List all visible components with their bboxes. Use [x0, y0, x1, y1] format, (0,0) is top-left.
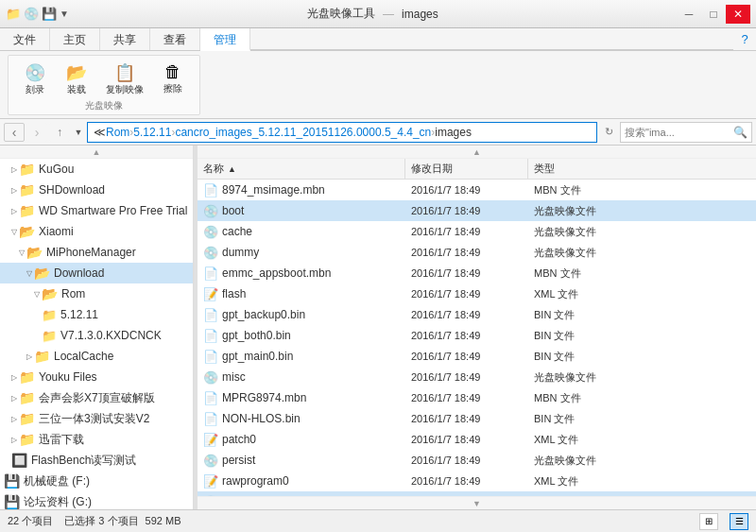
app-icon: 🔲 [11, 453, 27, 468]
sidebar-item-xunlei[interactable]: ▷ 📁 迅雷下载 [0, 429, 193, 450]
help-button[interactable]: ? [733, 28, 756, 49]
file-row[interactable]: 💿 dummy 2016/1/7 18:49 光盘映像文件 [198, 242, 756, 263]
path-part-rom[interactable]: Rom [106, 126, 129, 139]
title-app-name: 光盘映像工具 [307, 6, 375, 22]
file-name: gpt_backup0.bin [222, 308, 305, 321]
file-name: persist [222, 454, 255, 467]
sidebar-item-download[interactable]: ▽ 📂 Download [0, 263, 193, 283]
ribbon-group-manage: 💿 刻录 📂 装载 📋 复制映像 🗑 擦除 光盘映像 [8, 55, 200, 115]
title-icon-save: 💾 [42, 7, 57, 21]
sidebar-item-v71[interactable]: 📁 V7.1.3.0.KXDCNCK [0, 325, 193, 346]
sidebar-item-localcache[interactable]: ▷ 📁 LocalCache [0, 346, 193, 367]
file-row[interactable]: 📄 emmc_appsboot.mbn 2016/1/7 18:49 MBN 文… [198, 263, 756, 283]
burn-button[interactable]: 💿 刻录 [16, 60, 54, 99]
folder-icon: 📁 [19, 203, 35, 218]
address-path[interactable]: ≪ Rom › 5.12.11 › cancro_images_5.12.11_… [87, 122, 597, 143]
folder-icon: 📁 [19, 432, 35, 447]
ribbon-tabs: 文件 主页 共享 查看 管理 ? [0, 28, 756, 51]
tab-share[interactable]: 共享 [100, 28, 150, 50]
file-row[interactable]: 📄 gpt_backup0.bin 2016/1/7 18:49 BIN 文件 [198, 304, 756, 325]
view-icons-button[interactable]: ⊞ [699, 513, 718, 530]
sidebar-item-label: Xiaomi [39, 225, 74, 238]
search-input[interactable] [625, 127, 731, 138]
minimize-button[interactable]: ─ [677, 5, 701, 24]
view-list-button[interactable]: ☰ [730, 513, 748, 530]
nav-back-button[interactable]: ‹ [4, 123, 25, 142]
file-icon-img: 💿 [203, 246, 218, 260]
file-row[interactable]: 📄 gpt_both0.bin 2016/1/7 18:49 BIN 文件 [198, 325, 756, 346]
col-header-name[interactable]: 名称 ▲ [198, 159, 405, 179]
file-list-header: 名称 ▲ 修改日期 类型 [198, 159, 756, 180]
path-part-images[interactable]: images [435, 126, 472, 139]
file-name: gpt_both0.bin [222, 329, 291, 342]
search-box[interactable]: 🔍 [620, 122, 752, 143]
file-row[interactable]: 📄 MPRG8974.mbn 2016/1/7 18:49 MBN 文件 [198, 387, 756, 408]
file-date: 2016/1/7 18:49 [405, 371, 528, 383]
sidebar-item-rom[interactable]: ▽ 📂 Rom [0, 283, 193, 304]
maximize-button[interactable]: □ [701, 5, 726, 24]
file-type: 光盘映像文件 [528, 204, 756, 218]
close-button[interactable]: ✕ [726, 5, 750, 24]
file-row[interactable]: 📝 patch0 2016/1/7 18:49 XML 文件 [198, 429, 756, 450]
file-row[interactable]: 📄 gpt_main0.bin 2016/1/7 18:49 BIN 文件 [198, 346, 756, 367]
sidebar-scroll-up[interactable]: ▲ [0, 146, 193, 159]
file-row[interactable]: 📄 NON-HLOS.bin 2016/1/7 18:49 BIN 文件 [198, 408, 756, 429]
sidebar-item-label: SHDownload [39, 183, 105, 197]
nav-dropdown-button[interactable]: ▼ [72, 123, 85, 142]
mount-button[interactable]: 📂 装载 [58, 60, 95, 99]
file-name: dummy [222, 246, 259, 259]
sidebar-item-huiying[interactable]: ▷ 📁 会声会影X7顶宣破解版 [0, 387, 193, 408]
tab-file[interactable]: 文件 [0, 28, 50, 50]
sidebar-item-wd[interactable]: ▷ 📁 WD Smartware Pro Free Trial [0, 200, 193, 221]
sidebar-item-xiaomi[interactable]: ▽ 📂 Xiaomi [0, 221, 193, 242]
path-part-5[interactable]: 5.12.11 [133, 126, 171, 139]
file-row[interactable]: 💿 persist 2016/1/7 18:49 光盘映像文件 [198, 450, 756, 471]
nav-forward-button[interactable]: › [26, 123, 47, 142]
sidebar-item-label: 论坛资料 (G:) [24, 494, 92, 510]
file-row[interactable]: 📝 rawprogram0 2016/1/7 18:49 XML 文件 [198, 471, 756, 491]
file-type: BIN 文件 [528, 308, 756, 322]
expand-arrow: ▷ [11, 394, 17, 403]
folder-icon-small: 📁 [42, 329, 57, 343]
status-total: 22 个项目 [8, 514, 53, 528]
filepane-scroll-up[interactable]: ▲ [472, 147, 481, 157]
sidebar: ▲ ▷ 📁 KuGou ▷ 📁 SHDownload ▷ 📁 WD Smartw… [0, 146, 194, 509]
sidebar-item-flashbench[interactable]: 🔲 FlashBench读写测试 [0, 450, 193, 471]
sidebar-item-512[interactable]: 📁 5.12.11 [0, 304, 193, 325]
sidebar-item-drive-g[interactable]: 💾 论坛资料 (G:) [0, 491, 193, 509]
expand-arrow: ▷ [11, 207, 17, 215]
erase-button[interactable]: 🗑 擦除 [154, 60, 192, 99]
sidebar-item-label: 迅雷下载 [39, 432, 84, 448]
sidebar-item-label: 三位一体3测试安装V2 [39, 411, 149, 427]
sidebar-item-shdownload[interactable]: ▷ 📁 SHDownload [0, 180, 193, 200]
folder-icon: 📁 [19, 390, 35, 405]
tab-view[interactable]: 查看 [150, 28, 200, 50]
file-row[interactable]: 💿 cache 2016/1/7 18:49 光盘映像文件 [198, 221, 756, 242]
file-name: flash [222, 287, 246, 300]
sidebar-item-youku[interactable]: ▷ 📁 Youku Files [0, 367, 193, 387]
file-row[interactable]: 💿 boot 2016/1/7 18:49 光盘映像文件 [198, 200, 756, 221]
file-row[interactable]: 📄 8974_msimage.mbn 2016/1/7 18:49 MBN 文件 [198, 180, 756, 200]
path-part-cancro[interactable]: cancro_images_5.12.11_20151126.0000.5_4.… [175, 126, 431, 139]
sidebar-item-drive-f[interactable]: 💾 机械硬盘 (F:) [0, 471, 193, 491]
file-row[interactable]: 💿 misc 2016/1/7 18:49 光盘映像文件 [198, 367, 756, 387]
filepane-scroll-down[interactable]: ▼ [472, 499, 481, 508]
col-header-date[interactable]: 修改日期 [405, 159, 528, 179]
file-date: 2016/1/7 18:49 [405, 455, 528, 466]
copy-button[interactable]: 📋 复制映像 [99, 60, 150, 99]
file-icon-img: 💿 [203, 225, 218, 239]
file-row[interactable]: 📝 flash 2016/1/7 18:49 XML 文件 [198, 283, 756, 304]
col-header-type[interactable]: 类型 [528, 159, 756, 179]
expand-arrow: ▷ [11, 415, 17, 423]
file-icon-mbn: 📄 [203, 266, 218, 281]
file-list: 📄 8974_msimage.mbn 2016/1/7 18:49 MBN 文件… [198, 180, 756, 496]
tab-home[interactable]: 主页 [50, 28, 100, 50]
sidebar-item-miphone[interactable]: ▽ 📂 MiPhoneManager [0, 242, 193, 263]
sidebar-item-sanwei[interactable]: ▷ 📁 三位一体3测试安装V2 [0, 408, 193, 429]
nav-up-button[interactable]: ↑ [49, 123, 70, 142]
sidebar-item-kugou[interactable]: ▷ 📁 KuGou [0, 159, 193, 180]
sidebar-item-label: V7.1.3.0.KXDCNCK [60, 329, 162, 342]
path-refresh-button[interactable]: ↻ [599, 123, 618, 142]
tab-manage[interactable]: 管理 [200, 28, 250, 51]
file-date: 2016/1/7 18:49 [405, 434, 528, 445]
